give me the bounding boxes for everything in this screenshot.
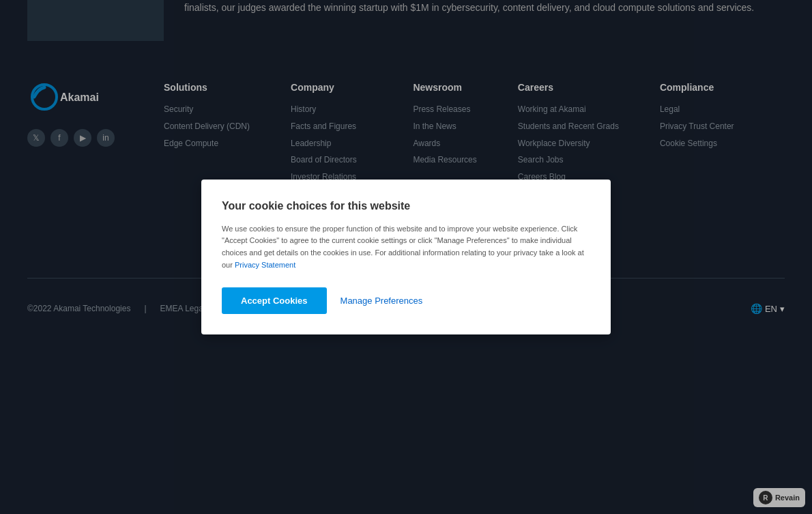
cookie-modal-body: We use cookies to ensure the proper func… <box>222 223 590 271</box>
cookie-modal-overlay[interactable]: Your cookie choices for this website We … <box>0 0 812 514</box>
cookie-modal-title: Your cookie choices for this website <box>222 200 590 212</box>
accept-cookies-button[interactable]: Accept Cookies <box>222 287 327 314</box>
cookie-buttons: Accept Cookies Manage Preferences <box>222 287 590 314</box>
manage-preferences-button[interactable]: Manage Preferences <box>340 296 423 306</box>
privacy-statement-link[interactable]: Privacy Statement <box>235 261 295 269</box>
cookie-modal: Your cookie choices for this website We … <box>201 180 611 334</box>
